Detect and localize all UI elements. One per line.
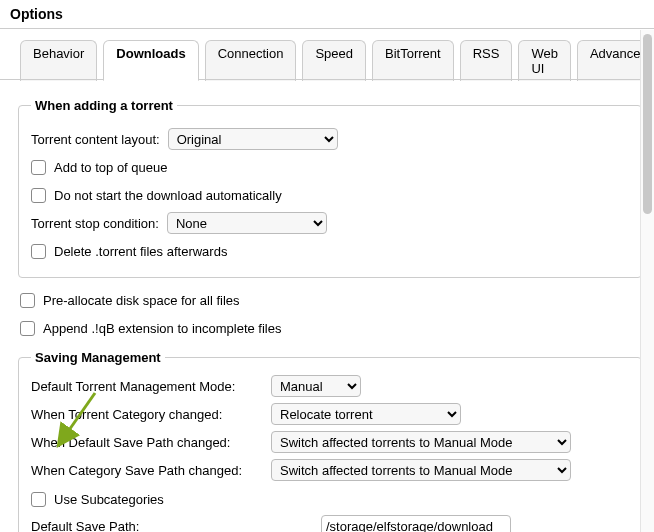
group-saving-legend: Saving Management bbox=[31, 350, 165, 365]
tab-rss[interactable]: RSS bbox=[460, 40, 513, 81]
vertical-scrollbar[interactable] bbox=[640, 30, 654, 532]
stop-condition-select[interactable]: None bbox=[167, 212, 327, 234]
cat-path-changed-select[interactable]: Switch affected torrents to Manual Mode bbox=[271, 459, 571, 481]
append-qb-checkbox[interactable] bbox=[20, 321, 35, 336]
content-layout-select[interactable]: Original bbox=[168, 128, 338, 150]
default-path-changed-select[interactable]: Switch affected torrents to Manual Mode bbox=[271, 431, 571, 453]
stop-condition-label: Torrent stop condition: bbox=[31, 216, 159, 231]
group-adding-legend: When adding a torrent bbox=[31, 98, 177, 113]
default-save-path-label: Default Save Path: bbox=[31, 519, 311, 533]
tabs-bar: Behavior Downloads Connection Speed BitT… bbox=[0, 29, 654, 80]
use-subcats-label: Use Subcategories bbox=[54, 492, 164, 507]
prealloc-label: Pre-allocate disk space for all files bbox=[43, 293, 240, 308]
no-auto-start-checkbox[interactable] bbox=[31, 188, 46, 203]
tab-downloads[interactable]: Downloads bbox=[103, 40, 198, 81]
add-top-label: Add to top of queue bbox=[54, 160, 167, 175]
no-auto-start-label: Do not start the download automatically bbox=[54, 188, 282, 203]
tab-connection[interactable]: Connection bbox=[205, 40, 297, 81]
cat-path-changed-label: When Category Save Path changed: bbox=[31, 463, 261, 478]
group-saving-management: Saving Management Default Torrent Manage… bbox=[18, 350, 642, 532]
scrollbar-thumb[interactable] bbox=[643, 34, 652, 214]
delete-torrent-checkbox[interactable] bbox=[31, 244, 46, 259]
content-layout-label: Torrent content layout: bbox=[31, 132, 160, 147]
cat-changed-label: When Torrent Category changed: bbox=[31, 407, 261, 422]
delete-torrent-label: Delete .torrent files afterwards bbox=[54, 244, 227, 259]
mgmt-mode-select[interactable]: Manual bbox=[271, 375, 361, 397]
cat-changed-select[interactable]: Relocate torrent bbox=[271, 403, 461, 425]
tab-speed[interactable]: Speed bbox=[302, 40, 366, 81]
tab-bittorrent[interactable]: BitTorrent bbox=[372, 40, 454, 81]
mgmt-mode-label: Default Torrent Management Mode: bbox=[31, 379, 261, 394]
downloads-panel: When adding a torrent Torrent content la… bbox=[0, 80, 654, 532]
default-save-path-input[interactable] bbox=[321, 515, 511, 532]
group-adding-torrent: When adding a torrent Torrent content la… bbox=[18, 98, 642, 278]
window-title: Options bbox=[0, 0, 654, 29]
tab-webui[interactable]: Web UI bbox=[518, 40, 571, 81]
add-top-checkbox[interactable] bbox=[31, 160, 46, 175]
tab-behavior[interactable]: Behavior bbox=[20, 40, 97, 81]
use-subcats-checkbox[interactable] bbox=[31, 492, 46, 507]
default-path-changed-label: When Default Save Path changed: bbox=[31, 435, 261, 450]
prealloc-checkbox[interactable] bbox=[20, 293, 35, 308]
append-qb-label: Append .!qB extension to incomplete file… bbox=[43, 321, 281, 336]
